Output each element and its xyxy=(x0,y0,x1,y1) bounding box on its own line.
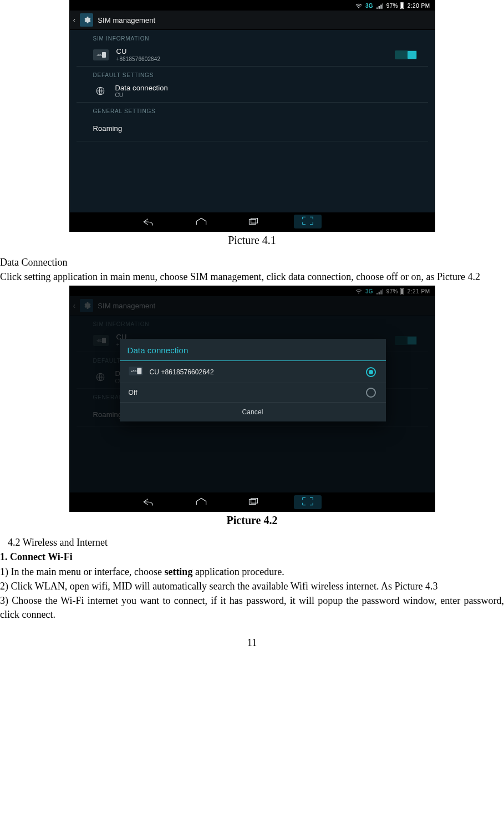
back-nav-icon[interactable] xyxy=(142,217,156,227)
battery-percent: 97% xyxy=(386,3,398,9)
step-1-b: setting xyxy=(164,566,192,577)
dialog-option-off-label: Off xyxy=(129,389,138,397)
step-1-a: 1) In the main menu or interface, choose xyxy=(0,566,164,577)
battery-indicator: 97% xyxy=(386,2,404,9)
heading-data-connection: Data Connection xyxy=(0,256,504,269)
sim-row[interactable]: +861 CU +8618576602642 xyxy=(77,44,428,67)
caption-picture-4-1: Picture 4.1 xyxy=(0,234,504,247)
back-icon[interactable]: ‹ xyxy=(73,16,76,24)
step-1-c: application procedure. xyxy=(192,566,284,577)
sim-chip-label: +861 xyxy=(96,53,103,57)
sim-chip-icon: +861 xyxy=(129,367,143,377)
sim-toggle[interactable] xyxy=(395,50,417,59)
recents-nav-icon[interactable] xyxy=(246,497,261,507)
system-navbar xyxy=(70,492,435,511)
dialog-option-off[interactable]: Off xyxy=(120,383,386,403)
section-4-2-heading: 4.2 Wireless and Internet xyxy=(0,536,504,549)
step-1: 1) In the main menu or interface, choose… xyxy=(0,565,504,578)
dialog-option-sub: +8618576602642 xyxy=(161,368,213,376)
home-nav-icon[interactable] xyxy=(194,497,208,507)
wifi-icon xyxy=(355,3,362,8)
dialog-cancel-button[interactable]: Cancel xyxy=(120,403,386,421)
system-navbar xyxy=(70,212,435,231)
svg-rect-16 xyxy=(249,500,256,505)
svg-rect-1 xyxy=(401,2,403,3)
battery-icon xyxy=(400,2,404,9)
app-header: ‹ SIM management xyxy=(70,11,435,30)
sim-number: +8618576602642 xyxy=(116,56,161,63)
data-connection-dialog: Data connection +861 CU +8618576602642 O… xyxy=(120,339,386,421)
globe-icon xyxy=(93,84,108,98)
section-general-settings: GENERAL SETTINGS xyxy=(77,103,428,116)
roaming-row[interactable]: Roaming xyxy=(77,116,428,141)
radio-selected-icon[interactable] xyxy=(366,367,376,377)
heading-connect-wifi: 1. Connect Wi-Fi xyxy=(0,550,504,563)
svg-rect-2 xyxy=(401,3,403,8)
section-default-settings: DEFAULT SETTINGS xyxy=(77,67,428,80)
signal-icon xyxy=(376,2,383,8)
screenshot-nav-icon[interactable] xyxy=(294,215,322,228)
screenshot-sim-management-1: 3G 97% 2:20 PM ‹ SIM management SIM INFO… xyxy=(69,0,435,232)
radio-unselected-icon[interactable] xyxy=(366,388,376,398)
network-3g-label: 3G xyxy=(365,3,373,9)
dialog-option-cu[interactable]: +861 CU +8618576602642 xyxy=(120,361,386,383)
data-connection-sub: CU xyxy=(115,92,168,99)
step-2: 2) Click WLAN, open wifi, MID will autom… xyxy=(0,580,504,593)
sim-chip-icon: +861 xyxy=(93,49,109,60)
step-3: 3) Choose the Wi-Fi internet you want to… xyxy=(0,594,504,621)
sim-chip-label: +861 xyxy=(130,370,138,373)
caption-picture-4-2: Picture 4.2 xyxy=(0,514,504,527)
home-nav-icon[interactable] xyxy=(194,217,208,227)
paragraph-data-connection: Click setting application in main menu, … xyxy=(0,270,504,283)
back-nav-icon[interactable] xyxy=(142,497,156,507)
section-sim-information: SIM INFORMATION xyxy=(77,30,428,44)
svg-rect-7 xyxy=(251,218,257,223)
screenshot-sim-management-2: 3G 97% 2:21 PM ‹ SIM management SIM INFO… xyxy=(69,286,435,512)
roaming-label: Roaming xyxy=(93,120,123,138)
svg-rect-6 xyxy=(249,219,256,224)
header-title: SIM management xyxy=(98,16,155,24)
recents-nav-icon[interactable] xyxy=(246,217,261,227)
dialog-title: Data connection xyxy=(120,339,386,361)
data-connection-label: Data connection xyxy=(115,84,168,93)
sim-name: CU xyxy=(116,47,161,56)
settings-gear-icon xyxy=(80,13,93,27)
data-connection-row[interactable]: Data connection CU xyxy=(77,80,428,103)
page-number: 11 xyxy=(0,637,504,649)
dialog-option-name: CU xyxy=(150,368,160,376)
svg-rect-17 xyxy=(251,499,257,504)
status-bar: 3G 97% 2:20 PM xyxy=(70,1,435,11)
clock-label: 2:20 PM xyxy=(408,3,430,9)
screenshot-nav-icon[interactable] xyxy=(294,495,322,509)
